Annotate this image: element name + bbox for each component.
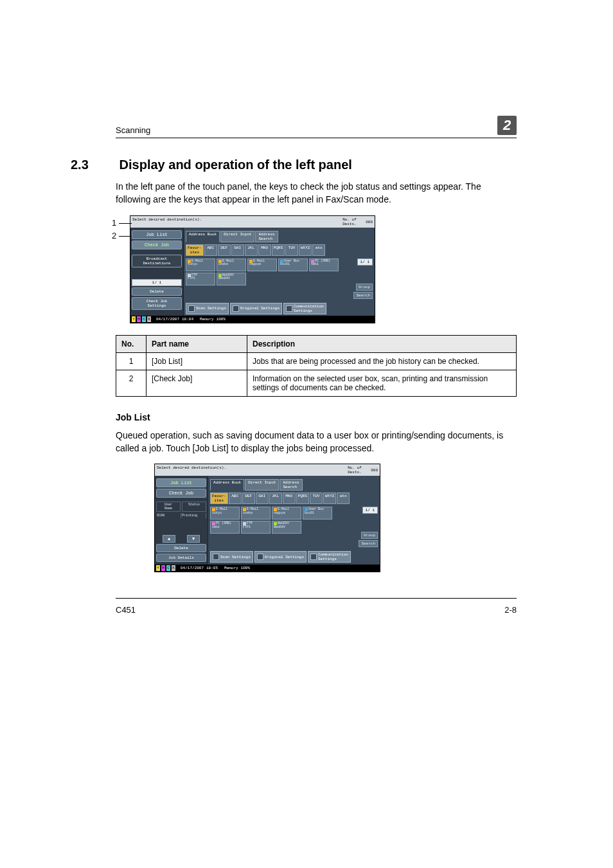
toner-c-icon: C	[166, 565, 170, 571]
alpha-pqrs[interactable]: PQRS	[296, 493, 309, 504]
alpha-ghi[interactable]: GHI	[256, 493, 269, 504]
group-button[interactable]: Group	[356, 284, 373, 291]
cell-part: [Check Job]	[147, 370, 247, 396]
alpha-wxyz[interactable]: WXYZ	[323, 493, 336, 504]
cell-part: [Job List]	[147, 352, 247, 370]
check-job-button[interactable]: Check Job	[132, 240, 182, 249]
dest-email-osaka[interactable]: E-Mailosaka	[217, 258, 246, 271]
status-memory-label: Memory	[200, 317, 214, 321]
alpha-def[interactable]: DEF	[218, 244, 231, 256]
alpha-jkl[interactable]: JKL	[269, 493, 282, 504]
dest-email-tokyo[interactable]: E-Mailtokyo	[210, 507, 240, 520]
job-username: SCAN	[156, 513, 181, 518]
tab-address-search[interactable]: Address Search	[255, 231, 278, 242]
toner-k-icon: K	[147, 316, 151, 322]
scan-settings-button[interactable]: Scan Settings	[210, 551, 253, 563]
job-row[interactable]: SCAN Printing	[156, 513, 206, 518]
scroll-down-button[interactable]: ▼	[187, 535, 200, 543]
dest-email-osaka[interactable]: E-Mailosaka	[241, 507, 271, 520]
cell-no: 2	[116, 370, 147, 396]
communication-settings-button[interactable]: Communication Settings	[308, 551, 351, 563]
mfp1-top-bar: Select desired destination(s). No. of De…	[130, 216, 375, 228]
dest-webdav[interactable]: WebDAVWebDAV	[217, 273, 246, 285]
dest-userbox[interactable]: User Boxbox01	[278, 258, 308, 271]
alpha-abc[interactable]: ABC	[204, 244, 217, 256]
mfp1-prompt: Select desired destination(s).	[132, 217, 202, 226]
status-date: 04/17/2007	[156, 317, 179, 321]
job-list-button[interactable]: Job List	[132, 230, 182, 239]
scan-settings-icon	[213, 554, 219, 560]
scan-settings-button[interactable]: Scan Settings	[186, 303, 229, 314]
alpha-pqrs[interactable]: PQRS	[272, 244, 285, 256]
original-settings-button[interactable]: Original Settings	[254, 551, 306, 563]
tab-direct-input[interactable]: Direct Input	[220, 231, 254, 242]
delete-button[interactable]: Delete	[156, 544, 206, 552]
toner-m-icon: M	[137, 316, 141, 322]
mfp-screenshot-1: 1 2 Select desired destination(s). No. o…	[130, 215, 517, 323]
communication-settings-button[interactable]: Communication Settings	[283, 303, 326, 314]
dest-page-indicator: 1/ 1	[357, 258, 373, 266]
mfp1-dests-label: No. of Dests.	[342, 217, 357, 226]
alpha-favorites[interactable]: Favor- ites	[186, 244, 204, 256]
communication-settings-icon	[310, 554, 317, 560]
alpha-def[interactable]: DEF	[242, 493, 255, 504]
dest-page-indicator: 1/ 1	[362, 507, 378, 514]
check-job-button[interactable]: Check Job	[156, 489, 206, 498]
parts-table: No. Part name Description 1 [Job List] J…	[116, 335, 517, 397]
chapter-number-badge: 2	[497, 116, 517, 135]
col-part: Part name	[147, 335, 247, 352]
dest-email-nagoya[interactable]: E-Mailnagoya	[247, 258, 277, 271]
alpha-favorites[interactable]: Favor- ites	[210, 493, 228, 504]
alpha-etc[interactable]: etc	[337, 493, 350, 504]
broadcast-destinations-button[interactable]: Broadcast Destinations	[132, 255, 182, 267]
joblist-col-username: User Name	[156, 502, 181, 512]
toner-c-icon: C	[142, 316, 146, 322]
alpha-etc[interactable]: etc	[312, 244, 325, 256]
alpha-abc[interactable]: ABC	[229, 493, 242, 504]
dest-email-nagoya[interactable]: E-Mailnagoya	[272, 507, 301, 520]
tab-address-book[interactable]: Address Book	[186, 231, 220, 242]
communication-settings-icon	[286, 305, 292, 312]
footer-page: 2-8	[504, 605, 517, 615]
tab-address-book[interactable]: Address Book	[210, 479, 244, 491]
mfp2-prompt: Select desired destination(s).	[157, 466, 226, 475]
tab-direct-input[interactable]: Direct Input	[245, 479, 279, 491]
job-list-button[interactable]: Job List	[156, 478, 206, 487]
footer-model: C451	[116, 605, 136, 615]
col-desc: Description	[247, 335, 517, 352]
original-settings-button[interactable]: Original Settings	[230, 303, 282, 314]
status-memory-pct: 100%	[217, 317, 226, 321]
status-date: 04/17/2007	[181, 566, 204, 570]
tab-address-search[interactable]: Address Search	[280, 479, 302, 491]
job-details-button[interactable]: Job Details	[156, 554, 206, 562]
alpha-tuv[interactable]: TUV	[285, 244, 298, 256]
search-button[interactable]: Search	[353, 292, 373, 299]
scroll-up-button[interactable]: ▲	[163, 535, 175, 543]
dest-smb[interactable]: PC (SMB)smb1	[210, 521, 240, 534]
job-list-heading: Job List	[116, 412, 517, 422]
alpha-wxyz[interactable]: WXYZ	[299, 244, 312, 256]
dest-ftp[interactable]: FTPFTP1	[186, 273, 215, 285]
status-memory-label: Memory	[224, 566, 238, 570]
alpha-mno[interactable]: MNO	[258, 244, 271, 256]
section-heading: 2.3 Display and operation of the left pa…	[116, 158, 517, 172]
dest-userbox[interactable]: User Boxbox01	[303, 507, 332, 520]
search-button[interactable]: Search	[359, 540, 378, 547]
alpha-tuv[interactable]: TUV	[310, 493, 323, 504]
dest-webdav[interactable]: WebDAVWebDAV	[272, 521, 301, 534]
mfp2-top-bar: Select desired destination(s). No. of De…	[155, 464, 380, 476]
alpha-jkl[interactable]: JKL	[245, 244, 258, 256]
alpha-ghi[interactable]: GHI	[231, 244, 244, 256]
alpha-mno[interactable]: MNO	[283, 493, 296, 504]
toner-icons: Y M C K	[156, 565, 175, 571]
delete-button[interactable]: Delete	[132, 287, 182, 296]
dest-ftp[interactable]: FTPFTP1	[241, 521, 271, 534]
toner-k-icon: K	[172, 565, 175, 571]
dest-email-tokyo[interactable]: E-Mailtokyo	[186, 258, 215, 271]
callout-2: 2	[112, 231, 116, 240]
callout-1: 1	[112, 218, 116, 228]
group-button[interactable]: Group	[361, 532, 378, 539]
mfp2-main-panel: Address Book Direct Input Address Search…	[208, 476, 380, 565]
dest-smb[interactable]: PC (SMB)smb1	[309, 258, 339, 271]
check-job-settings-button[interactable]: Check Job Settings	[132, 297, 182, 310]
